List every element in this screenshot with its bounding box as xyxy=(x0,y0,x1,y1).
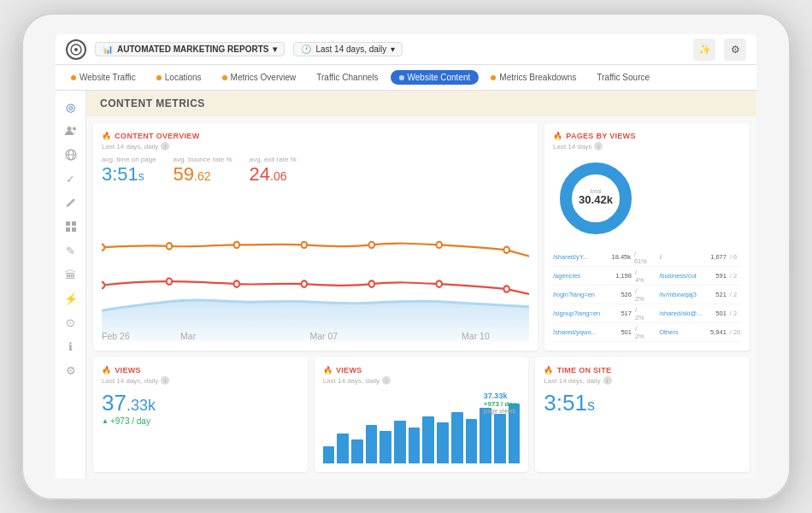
svg-point-1 xyxy=(74,48,78,51)
time-fire-icon: 🔥 xyxy=(544,366,553,374)
dropdown-arrow-icon: ▾ xyxy=(273,44,277,54)
bar-item xyxy=(366,425,378,463)
svg-rect-10 xyxy=(72,227,76,232)
sidebar-icon-info[interactable]: ℹ xyxy=(62,337,80,356)
sidebar-icon-gear[interactable]: ⚙ xyxy=(62,361,80,380)
sidebar-icon-dashboard[interactable]: ◎ xyxy=(62,97,80,116)
svg-text:Feb 26: Feb 26 xyxy=(102,330,130,341)
svg-point-11 xyxy=(102,282,104,288)
date-selector[interactable]: 🕐 Last 14 days, daily ▾ xyxy=(293,42,403,56)
views-bar-subtitle: Last 14 days, daily i xyxy=(323,376,521,385)
sidebar-icon-circle[interactable]: ⊙ xyxy=(62,313,80,332)
report-selector[interactable]: 📊 AUTOMATED MARKETING REPORTS ▾ xyxy=(95,42,285,56)
ipad-screen: 📊 AUTOMATED MARKETING REPORTS ▾ 🕐 Last 1… xyxy=(56,34,756,479)
tab-label: Traffic Channels xyxy=(316,73,378,82)
pages-by-views-widget: 🔥 PAGES BY VIEWS Last 14 days i xyxy=(544,123,750,351)
sidebar: ◎ ✓ xyxy=(56,91,86,479)
time-info-icon: i xyxy=(603,376,612,385)
fire-icon: 🔥 xyxy=(102,132,111,140)
svg-point-14 xyxy=(302,280,308,286)
tab-traffic-channels[interactable]: Traffic Channels xyxy=(308,70,386,85)
bar-item xyxy=(323,446,335,463)
donut-chart: total 30.42k xyxy=(553,156,638,241)
tab-dot xyxy=(491,75,496,80)
sidebar-icon-bolt[interactable]: ⚡ xyxy=(62,289,80,308)
bar-item xyxy=(394,421,406,463)
tab-website-traffic[interactable]: Website Traffic xyxy=(62,70,144,85)
views-fire-icon: 🔥 xyxy=(102,366,111,374)
content-header: CONTENT METRICS xyxy=(86,91,756,116)
main-layout: ◎ ✓ xyxy=(56,91,756,479)
settings-button[interactable]: ⚙ xyxy=(724,38,746,61)
bottom-widgets-row: 🔥 VIEWS Last 14 days, daily i 37.33k +97… xyxy=(93,357,750,472)
pages-info-icon: i xyxy=(594,142,603,150)
time-value: 3:51s xyxy=(544,390,741,416)
bounce-value: 59.62 xyxy=(174,163,232,186)
content-overview-title: 🔥 CONTENT OVERVIEW xyxy=(102,132,529,140)
ipad-home-button[interactable] xyxy=(789,239,794,274)
top-widgets-row: 🔥 CONTENT OVERVIEW Last 14 days, daily i… xyxy=(93,123,750,351)
donut-section: total 30.42k xyxy=(553,156,741,241)
views-small-widget: 🔥 VIEWS Last 14 days, daily i 37.33k +97… xyxy=(93,357,308,472)
line-chart-container: Feb 26 Mar Mar 07 Mar 10 xyxy=(102,191,529,342)
table-row: /agencies 1,198 / 4% /business/cut 591 /… xyxy=(553,267,741,286)
bar-chart-label: 37.33k +973 / day page views xyxy=(484,392,516,414)
svg-point-2 xyxy=(67,127,71,131)
tab-website-content[interactable]: Website Content xyxy=(391,70,480,85)
svg-point-13 xyxy=(234,280,240,286)
content-overview-subtitle: Last 14 days, daily i xyxy=(102,142,529,150)
tab-metrics-breakdowns[interactable]: Metrics Breakdowns xyxy=(482,70,585,85)
tab-dot xyxy=(399,75,404,80)
views-bar-info-icon: i xyxy=(382,376,391,385)
sidebar-icon-check[interactable]: ✓ xyxy=(62,169,80,188)
svg-point-3 xyxy=(73,127,76,131)
svg-point-15 xyxy=(369,280,375,286)
sidebar-icon-users[interactable] xyxy=(62,121,80,140)
svg-point-16 xyxy=(436,280,442,286)
sidebar-icon-pencil[interactable]: ✎ xyxy=(62,241,80,260)
tab-metrics-overview[interactable]: Metrics Overview xyxy=(214,70,305,85)
exit-rate-metric: avg. exit rate % 24.06 xyxy=(250,156,297,186)
sidebar-icon-globe[interactable] xyxy=(62,145,80,164)
table-row: /signup?lang=en 517 / 2% /shared/ski@x..… xyxy=(553,304,741,323)
views-info-icon: i xyxy=(161,376,169,385)
svg-point-23 xyxy=(436,242,442,248)
bar-chart: 37.33k +973 / day page views xyxy=(323,390,521,463)
svg-point-22 xyxy=(369,242,375,248)
bar-item xyxy=(494,414,506,463)
time-on-site-widget: 🔥 TIME ON SITE Last 14 days, daily i 3:5… xyxy=(535,357,750,472)
top-bar: 📊 AUTOMATED MARKETING REPORTS ▾ 🕐 Last 1… xyxy=(56,34,756,65)
tab-locations[interactable]: Locations xyxy=(148,70,210,85)
tab-label: Metrics Breakdowns xyxy=(499,73,576,82)
content-metrics-row: avg. time on page 3:51s avg. bounce rate… xyxy=(102,156,529,186)
tab-label: Metrics Overview xyxy=(231,73,297,82)
exit-label: avg. exit rate % xyxy=(250,156,297,163)
views-subtitle: Last 14 days, daily i xyxy=(102,376,299,385)
tab-label: Traffic Source xyxy=(597,73,650,82)
sidebar-icon-table[interactable] xyxy=(62,217,80,236)
svg-point-20 xyxy=(234,242,240,248)
wand-button[interactable]: ✨ xyxy=(693,38,715,61)
clock-icon: 🕐 xyxy=(301,44,311,54)
page-name: /shared/yY... xyxy=(553,253,605,261)
info-icon: i xyxy=(161,142,169,150)
bar-item xyxy=(351,439,363,463)
table-row: /shared/yY... 18.45k / 61% / 1,677 / 6 xyxy=(553,248,741,267)
avg-time-label: avg. time on page xyxy=(102,156,156,163)
tab-traffic-source[interactable]: Traffic Source xyxy=(588,70,658,85)
date-dropdown-icon: ▾ xyxy=(391,44,395,54)
sidebar-icon-edit[interactable] xyxy=(62,193,80,212)
content-title: CONTENT METRICS xyxy=(100,97,743,109)
views-bar-fire-icon: 🔥 xyxy=(323,366,332,374)
tab-label: Website Content xyxy=(408,73,471,82)
bar-item xyxy=(409,428,421,463)
date-range: Last 14 days, daily xyxy=(315,44,386,54)
views-bar-title: 🔥 VIEWS xyxy=(323,366,521,374)
content-area: CONTENT METRICS 🔥 CONTENT OVERVIEW xyxy=(86,91,756,479)
sidebar-icon-bank[interactable]: 🏛 xyxy=(62,265,80,284)
views-value: 37.33k xyxy=(102,390,299,416)
svg-point-18 xyxy=(102,245,104,251)
pages-subtitle: Last 14 days i xyxy=(553,142,741,150)
views-trend: +973 / day xyxy=(102,416,299,426)
svg-text:30.42k: 30.42k xyxy=(579,193,614,206)
